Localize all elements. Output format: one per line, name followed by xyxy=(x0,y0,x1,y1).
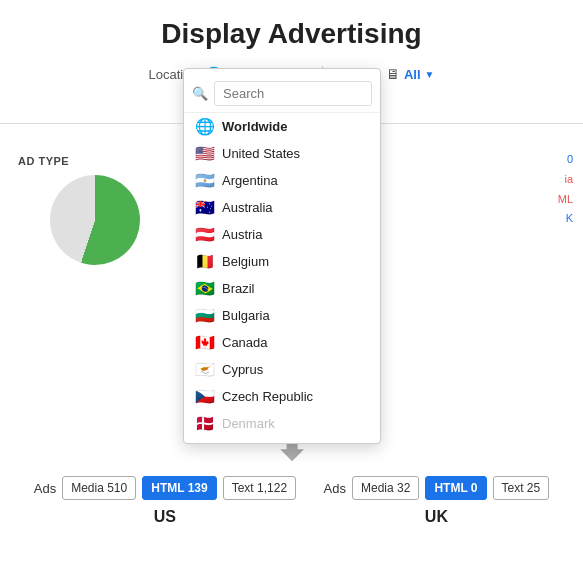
flag-denmark: 🇩🇰 xyxy=(196,417,214,430)
device-value[interactable]: All xyxy=(404,67,421,82)
uk-html-chip[interactable]: HTML 0 xyxy=(425,476,486,500)
search-input[interactable] xyxy=(214,81,372,106)
flag-bulgaria: 🇧🇬 xyxy=(196,309,214,322)
dropdown-item-argentina[interactable]: 🇦🇷 Argentina xyxy=(184,167,380,194)
item-label-canada: Canada xyxy=(222,335,268,350)
uk-region-label: UK xyxy=(425,508,448,526)
us-text-chip[interactable]: Text 1,122 xyxy=(223,476,296,500)
flag-canada: 🇨🇦 xyxy=(196,336,214,349)
uk-media-chip[interactable]: Media 32 xyxy=(352,476,419,500)
chevron-down-icon-2: ▼ xyxy=(425,69,435,80)
uk-ads-label: Ads xyxy=(324,481,346,496)
uk-ads-group: Ads Media 32 HTML 0 Text 25 UK xyxy=(324,476,550,526)
uk-text-chip[interactable]: Text 25 xyxy=(493,476,550,500)
item-label-bulgaria: Bulgaria xyxy=(222,308,270,323)
item-label-brazil: Brazil xyxy=(222,281,255,296)
dropdown-item-brazil[interactable]: 🇧🇷 Brazil xyxy=(184,275,380,302)
us-ads-group: Ads Media 510 HTML 139 Text 1,122 US xyxy=(34,476,296,526)
dropdown-item-cyprus[interactable]: 🇨🇾 Cyprus xyxy=(184,356,380,383)
item-label-us: United States xyxy=(222,146,300,161)
flag-austria: 🇦🇹 xyxy=(196,228,214,241)
us-media-chip[interactable]: Media 510 xyxy=(62,476,136,500)
dropdown-item-belgium[interactable]: 🇧🇪 Belgium xyxy=(184,248,380,275)
dropdown-item-australia[interactable]: 🇦🇺 Australia xyxy=(184,194,380,221)
flag-worldwide: 🌐 xyxy=(196,120,214,133)
bottom-row: Ads Media 510 HTML 139 Text 1,122 US Ads… xyxy=(0,476,583,546)
item-label-belgium: Belgium xyxy=(222,254,269,269)
search-row[interactable]: 🔍 xyxy=(184,75,380,113)
item-label-australia: Australia xyxy=(222,200,273,215)
chart-area xyxy=(0,145,185,365)
us-ads-chips: Ads Media 510 HTML 139 Text 1,122 xyxy=(34,476,296,500)
location-dropdown: 🔍 🌐 Worldwide 🇺🇸 United States 🇦🇷 Argent… xyxy=(183,68,381,444)
item-label-argentina: Argentina xyxy=(222,173,278,188)
item-label-austria: Austria xyxy=(222,227,262,242)
item-label-cyprus: Cyprus xyxy=(222,362,263,377)
flag-argentina: 🇦🇷 xyxy=(196,174,214,187)
us-ads-label: Ads xyxy=(34,481,56,496)
item-label-denmark: Denmark xyxy=(222,416,275,431)
flag-cyprus: 🇨🇾 xyxy=(196,363,214,376)
dropdown-item-worldwide[interactable]: 🌐 Worldwide xyxy=(184,113,380,140)
search-icon: 🔍 xyxy=(192,86,208,101)
page-title: Display Advertising xyxy=(0,0,583,60)
label-ia: ia xyxy=(558,170,573,190)
flag-us: 🇺🇸 xyxy=(196,147,214,160)
pie-chart xyxy=(50,175,140,265)
dropdown-item-bulgaria[interactable]: 🇧🇬 Bulgaria xyxy=(184,302,380,329)
label-0: 0 xyxy=(558,150,573,170)
flag-belgium: 🇧🇪 xyxy=(196,255,214,268)
dropdown-item-austria[interactable]: 🇦🇹 Austria xyxy=(184,221,380,248)
item-label-czech: Czech Republic xyxy=(222,389,313,404)
dropdown-item-denmark[interactable]: 🇩🇰 Denmark xyxy=(184,410,380,437)
flag-czech: 🇨🇿 xyxy=(196,390,214,403)
flag-brazil: 🇧🇷 xyxy=(196,282,214,295)
dropdown-item-czech[interactable]: 🇨🇿 Czech Republic xyxy=(184,383,380,410)
dropdown-item-us[interactable]: 🇺🇸 United States xyxy=(184,140,380,167)
label-k: K xyxy=(558,209,573,229)
us-region-label: US xyxy=(154,508,176,526)
dropdown-item-canada[interactable]: 🇨🇦 Canada xyxy=(184,329,380,356)
dropdown-box: 🔍 🌐 Worldwide 🇺🇸 United States 🇦🇷 Argent… xyxy=(183,68,381,444)
item-label-worldwide: Worldwide xyxy=(222,119,287,134)
right-side-labels: 0 ia ML K xyxy=(558,150,573,229)
uk-ads-chips: Ads Media 32 HTML 0 Text 25 xyxy=(324,476,550,500)
flag-australia: 🇦🇺 xyxy=(196,201,214,214)
monitor-icon: 🖥 xyxy=(386,66,400,82)
us-html-chip[interactable]: HTML 139 xyxy=(142,476,216,500)
label-ml: ML xyxy=(558,190,573,210)
